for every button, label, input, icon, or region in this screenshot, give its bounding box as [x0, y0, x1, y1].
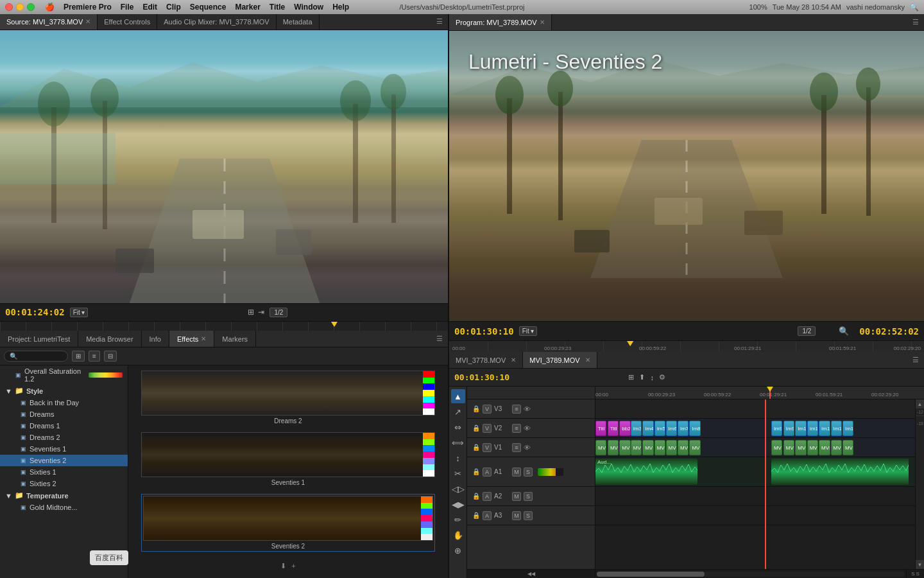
dreams-1-item[interactable]: ▣ Dreams 1 — [0, 420, 128, 432]
v1-sync-button[interactable]: ≡ — [512, 443, 521, 452]
rolling-edit-tool-button[interactable]: ⟺ — [451, 435, 465, 450]
mvi-clip-9[interactable]: MVI_ — [689, 440, 700, 455]
bb2-clip[interactable]: bb2 — [619, 421, 630, 436]
timeline-program-close[interactable]: ✕ — [585, 356, 590, 363]
a2-solo-button[interactable]: S — [524, 492, 533, 501]
title-clip-2[interactable]: Titl — [608, 421, 619, 436]
source-monitor-tab[interactable]: Source: MVI_3778.MOV ✕ — [0, 14, 98, 30]
im7-clip[interactable]: Im7 — [678, 421, 689, 436]
lift-button[interactable]: ⬆ — [639, 373, 645, 381]
scroll-up-button[interactable]: ▲ — [916, 399, 924, 408]
program-ruler[interactable]: 00:00 00:00:29:23 00:00:59:22 00:01:29:2… — [449, 340, 924, 352]
close-window-button[interactable] — [5, 3, 13, 11]
title-clip-1[interactable]: Titl — [595, 421, 606, 436]
sixties-2-item[interactable]: ▣ Sixties 2 — [0, 478, 128, 489]
source-ruler[interactable] — [0, 321, 448, 331]
scroll-fit-button[interactable]: S — [911, 571, 914, 577]
timeline-panel-menu-button[interactable]: ☰ — [907, 352, 924, 368]
zoom-tool-button[interactable]: ⊕ — [451, 543, 465, 557]
selection-tool-button[interactable]: ▲ — [451, 389, 465, 403]
info-tab[interactable]: Info — [142, 331, 169, 347]
add-track-button[interactable]: ⊞ — [628, 373, 634, 381]
track-select-tool-button[interactable]: ↗ — [451, 405, 465, 419]
pen-tool-button[interactable]: ✏ — [451, 512, 465, 527]
effects-tab-close[interactable]: ✕ — [201, 335, 206, 342]
effects-search-box[interactable]: 🔍 — [4, 351, 68, 362]
file-menu[interactable]: File — [121, 3, 134, 12]
mvi-clip-8[interactable]: MVI_ — [678, 440, 689, 455]
im5-clip[interactable]: Im5 — [654, 421, 665, 436]
a2-track-row[interactable] — [595, 487, 915, 506]
mvi-clip-10[interactable]: MVI_ — [771, 440, 782, 455]
mvi-clip-4[interactable]: MVI_ — [631, 440, 642, 455]
bottom-panel-menu-button[interactable]: ☰ — [431, 331, 448, 347]
insert-icon[interactable]: ⇥ — [258, 308, 264, 317]
a1-sync-button[interactable]: M — [512, 468, 521, 477]
icon-view-button[interactable]: ⊟ — [104, 351, 117, 362]
im1-clip-5[interactable]: Im1 — [843, 421, 853, 436]
zoom-icon[interactable]: 🔍 — [839, 326, 849, 336]
apple-menu[interactable]: 🍎 — [45, 3, 55, 12]
app-name-menu[interactable]: Premiere Pro — [64, 3, 112, 12]
mvi-clip-6[interactable]: MVI_ — [654, 440, 665, 455]
extract-button[interactable]: ↕ — [650, 374, 654, 381]
a2-toggle-button[interactable]: A — [483, 492, 492, 501]
timeline-tab-program[interactable]: MVI_3789.MOV ✕ — [523, 352, 597, 368]
new-preset-icon[interactable]: + — [291, 562, 295, 570]
dreams-2-item[interactable]: ▣ Dreams 2 — [0, 432, 128, 443]
a1-lock-icon[interactable]: 🔒 — [472, 468, 480, 475]
v3-lock-icon[interactable]: 🔒 — [472, 405, 480, 412]
overall-saturation-item[interactable]: ▣ Overall Saturation 1.2 — [0, 365, 128, 385]
mvi-clip-14[interactable]: MVI_ — [819, 440, 830, 455]
v1-eye-icon[interactable]: 👁 — [524, 444, 531, 451]
sixties-1-item[interactable]: ▣ Sixties 1 — [0, 466, 128, 478]
edit-menu[interactable]: Edit — [142, 3, 157, 12]
program-tab-close[interactable]: ✕ — [540, 19, 545, 26]
v1-toggle-button[interactable]: V — [483, 443, 492, 452]
temperature-group[interactable]: ▼ 📁 Temperature — [0, 489, 128, 502]
source-fit-dropdown[interactable]: Fit ▾ — [70, 308, 88, 317]
program-fit-dropdown[interactable]: Fit ▾ — [519, 326, 537, 336]
a3-track-row[interactable] — [595, 506, 915, 525]
a3-toggle-button[interactable]: A — [483, 511, 492, 520]
mvi-clip-12[interactable]: MVI_ — [795, 440, 806, 455]
timeline-scrollbar-track[interactable] — [597, 572, 905, 577]
title-menu[interactable]: Title — [270, 3, 285, 12]
im1-clip-2[interactable]: Im1 — [807, 421, 818, 436]
add-edit-icon[interactable]: ⊞ — [248, 308, 254, 317]
timeline-scrollbar-thumb[interactable] — [597, 572, 705, 577]
scroll-start-button[interactable]: ◀◀ — [467, 570, 595, 578]
seventies-1-preview[interactable]: Seventies 1 — [141, 432, 435, 486]
im1-clip-3[interactable]: Im1 — [819, 421, 830, 436]
minimize-window-button[interactable] — [16, 3, 24, 11]
new-item-button[interactable]: ⊞ — [72, 351, 85, 362]
a1-solo-button[interactable]: S — [524, 468, 533, 477]
dreams-2-preview[interactable]: Dreams 2 — [141, 371, 435, 425]
source-tab-close[interactable]: ✕ — [85, 18, 90, 25]
effect-controls-tab[interactable]: Effect Controls — [98, 14, 157, 30]
mvi-clip-7[interactable]: MVI_ — [666, 440, 677, 455]
back-in-the-day-item[interactable]: ▣ Back in the Day — [0, 397, 128, 408]
mvi-clip-5[interactable]: MVI_ — [642, 440, 653, 455]
ripple-edit-tool-button[interactable]: ⇔ — [451, 420, 465, 434]
a2-sync-button[interactable]: M — [512, 492, 521, 501]
timeline-tab-source[interactable]: MVI_3778.MOV ✕ — [449, 352, 523, 368]
effects-tab[interactable]: Effects ✕ — [169, 331, 214, 347]
rate-stretch-tool-button[interactable]: ↕ — [451, 451, 465, 465]
scroll-down-button[interactable]: ▼ — [916, 560, 924, 569]
im9-clip-2[interactable]: Im9 — [783, 421, 794, 436]
effects-search-input[interactable] — [20, 353, 65, 360]
im8-clip[interactable]: Im8 — [689, 421, 700, 436]
source-playhead-marker[interactable] — [331, 322, 338, 327]
a3-solo-button[interactable]: S — [524, 511, 533, 520]
a1-audio-waveform-2[interactable] — [771, 459, 909, 485]
help-menu[interactable]: Help — [332, 3, 349, 12]
v2-lock-icon[interactable]: 🔒 — [472, 425, 480, 432]
metadata-tab[interactable]: Metadata — [277, 14, 320, 30]
media-browser-tab[interactable]: Media Browser — [78, 331, 141, 347]
v3-sync-button[interactable]: ≡ — [512, 405, 521, 414]
list-view-button[interactable]: ≡ — [89, 351, 100, 362]
window-menu[interactable]: Window — [294, 3, 323, 12]
v1-lock-icon[interactable]: 🔒 — [472, 444, 480, 451]
a1-toggle-button[interactable]: A — [483, 468, 492, 477]
